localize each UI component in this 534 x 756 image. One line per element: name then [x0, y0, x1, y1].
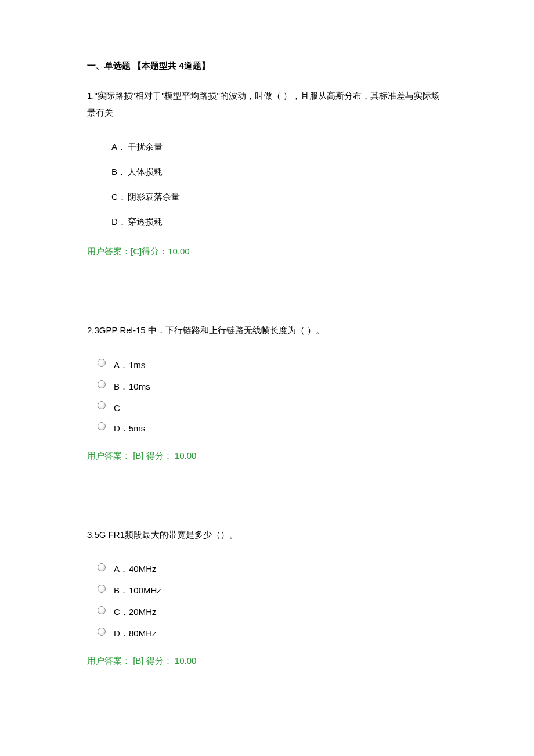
option-text: 20MHz	[129, 607, 157, 617]
option-d[interactable]: D．80MHz	[87, 628, 447, 639]
options-list: A．40MHz B．100MHz C．20MHz D．80MHz	[87, 564, 447, 639]
option-label: A．40MHz	[114, 564, 157, 575]
option-d[interactable]: D．5ms	[87, 423, 447, 434]
option-letter: A．	[114, 360, 129, 371]
option-b: B．人体损耗	[111, 167, 447, 178]
option-letter: C．	[114, 607, 129, 618]
radio-icon[interactable]	[98, 380, 106, 388]
option-text: 穿透损耗	[128, 217, 163, 226]
option-label: C	[114, 403, 129, 413]
user-answer: 用户答案： [B] 得分： 10.00	[87, 451, 447, 462]
option-b[interactable]: B．100MHz	[87, 585, 447, 596]
radio-icon[interactable]	[98, 563, 106, 571]
radio-icon[interactable]	[98, 628, 106, 636]
option-letter: A．	[114, 564, 129, 575]
options-list: A．1ms B．10ms C D．5ms	[87, 360, 447, 434]
radio-icon[interactable]	[98, 422, 106, 430]
option-text: 人体损耗	[128, 167, 163, 177]
option-letter: D．	[114, 423, 129, 434]
option-a: A．干扰余量	[111, 142, 447, 153]
option-label: D．80MHz	[114, 628, 157, 639]
option-label: B．10ms	[114, 381, 150, 393]
option-d: D．穿透损耗	[111, 217, 447, 228]
option-c[interactable]: C．20MHz	[87, 607, 447, 618]
option-letter: B．	[114, 585, 129, 596]
question-2: 2.3GPP Rel-15 中，下行链路和上行链路无线帧长度为（ ）。 A．1m…	[87, 322, 447, 462]
options-list: A．干扰余量 B．人体损耗 C．阴影衰落余量 D．穿透损耗	[87, 142, 447, 228]
question-stem: 2.3GPP Rel-15 中，下行链路和上行链路无线帧长度为（ ）。	[87, 322, 447, 339]
option-letter: B．	[111, 167, 128, 178]
option-label: D．5ms	[114, 423, 145, 434]
option-text: 阴影衰落余量	[128, 192, 180, 201]
option-b[interactable]: B．10ms	[87, 381, 447, 393]
option-letter: A．	[111, 142, 128, 153]
option-text: 80MHz	[129, 628, 157, 638]
radio-icon[interactable]	[98, 606, 106, 614]
option-text: 5ms	[129, 423, 145, 433]
option-letter: D．	[111, 217, 128, 228]
option-letter: C	[114, 403, 129, 413]
question-1: 1."实际路损"相对于"模型平均路损"的波动，叫做（ ），且服从高斯分布，其标准…	[87, 88, 447, 257]
question-stem: 1."实际路损"相对于"模型平均路损"的波动，叫做（ ），且服从高斯分布，其标准…	[87, 88, 447, 121]
option-letter: B．	[114, 381, 129, 393]
user-answer: 用户答案： [B] 得分： 10.00	[87, 656, 447, 667]
option-c[interactable]: C	[87, 403, 447, 413]
option-label: B．100MHz	[114, 585, 161, 596]
option-text: 40MHz	[129, 564, 157, 574]
exam-page: 一、单选题 【本题型共 4道题】 1."实际路损"相对于"模型平均路损"的波动，…	[0, 0, 534, 746]
option-text: 10ms	[129, 381, 150, 391]
option-label: C．20MHz	[114, 607, 157, 618]
option-a[interactable]: A．40MHz	[87, 564, 447, 575]
question-stem: 3.5G FR1频段最大的带宽是多少（）。	[87, 527, 447, 543]
question-3: 3.5G FR1频段最大的带宽是多少（）。 A．40MHz B．100MHz C…	[87, 527, 447, 667]
radio-icon[interactable]	[98, 585, 106, 593]
user-answer: 用户答案：[C]得分：10.00	[87, 246, 447, 257]
radio-icon[interactable]	[98, 359, 106, 367]
spacer	[87, 290, 447, 322]
option-text: 100MHz	[129, 585, 161, 595]
option-text: 干扰余量	[128, 142, 163, 152]
option-c: C．阴影衰落余量	[111, 192, 447, 203]
section-title: 一、单选题 【本题型共 4道题】	[87, 60, 447, 71]
option-label: A．1ms	[114, 360, 145, 371]
option-letter: C．	[111, 192, 128, 203]
radio-icon[interactable]	[98, 401, 106, 409]
option-letter: D．	[114, 628, 129, 639]
option-text: 1ms	[129, 360, 145, 370]
spacer	[87, 494, 447, 527]
option-a[interactable]: A．1ms	[87, 360, 447, 371]
